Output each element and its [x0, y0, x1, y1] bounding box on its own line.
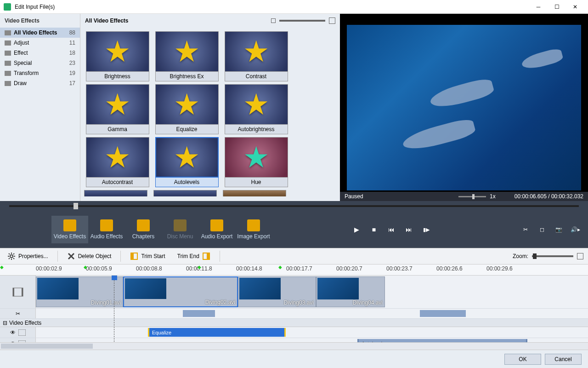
gear-icon	[7, 252, 16, 260]
speed-slider[interactable]	[458, 196, 486, 197]
snapshot-icon[interactable]: 📷	[553, 224, 564, 235]
effect-peek[interactable]	[84, 190, 147, 196]
film-icon	[18, 329, 26, 336]
folder-icon	[5, 71, 11, 76]
mode-video-effects[interactable]: Video Effects	[51, 216, 88, 243]
eye-icon[interactable]: 👁	[10, 329, 16, 336]
svg-point-0	[10, 255, 13, 258]
trim-end-button[interactable]: Trim End	[175, 250, 213, 262]
cut-segment[interactable]	[183, 310, 215, 317]
category-transform[interactable]: Transform 19	[0, 68, 80, 78]
category-adjust[interactable]: Adjust 11	[0, 38, 80, 48]
sidebar-header: Video Effects	[0, 14, 80, 28]
cut-segment[interactable]	[420, 310, 466, 317]
timeline-hscroll[interactable]	[0, 342, 588, 350]
folder-icon	[5, 81, 11, 86]
effect-peek[interactable]	[153, 190, 217, 196]
playback-speed: 1x	[490, 193, 496, 200]
video-clip[interactable]: Diving03.avi	[238, 276, 316, 307]
marker-icon[interactable]: ◆	[198, 264, 201, 270]
collapse-icon[interactable]: ⊟	[3, 320, 7, 326]
effect-gamma[interactable]: ★ Gamma	[84, 84, 151, 134]
marker-icon[interactable]: ◆	[278, 264, 282, 270]
applied-effect[interactable]: Equalize	[148, 328, 286, 337]
stop-button[interactable]: ■	[367, 224, 381, 235]
zoom-fit-icon[interactable]	[577, 253, 583, 259]
folder-icon	[5, 51, 11, 56]
effect-autocontrast[interactable]: ★ Autocontrast	[84, 137, 151, 187]
video-clip[interactable]: Diving02.avi	[123, 276, 238, 307]
trim-start-button[interactable]: Trim Start	[127, 250, 168, 262]
close-button[interactable]: ✕	[566, 0, 584, 14]
effect-brightness[interactable]: ★ Brightness	[84, 31, 151, 81]
zoom-label: Zoom:	[513, 253, 528, 259]
hscroll-thumb[interactable]	[1, 344, 93, 349]
category-all-video-effects[interactable]: All Video Effects 88	[0, 28, 80, 38]
effect-track-1: 👁 Autolevels	[0, 338, 588, 342]
preview-canvas[interactable]	[347, 25, 581, 190]
ruler-tick: 00:00:08.8	[136, 265, 162, 272]
svg-rect-6	[13, 288, 14, 296]
delete-object-button[interactable]: Delete Object	[64, 250, 114, 262]
folder-icon	[5, 40, 11, 46]
zoom-slider[interactable]	[532, 255, 573, 257]
properties-button[interactable]: Properties...	[5, 250, 51, 262]
category-effect[interactable]: Effect 18	[0, 48, 80, 58]
cancel-button[interactable]: Cancel	[545, 354, 582, 365]
prev-frame-button[interactable]: ⏮	[384, 224, 398, 235]
mode-audio-export[interactable]: Audio Export	[198, 216, 235, 243]
effect-hue[interactable]: ★ Hue	[223, 137, 289, 187]
thumbnail-size-slider[interactable]	[279, 20, 325, 22]
marker-icon[interactable]: ◆	[0, 264, 4, 270]
category-draw[interactable]: Draw 17	[0, 78, 80, 88]
effect-brightness-ex[interactable]: ★ Brightness Ex	[153, 31, 220, 81]
upper-pane: Video Effects All Video Effects 88 Adjus…	[0, 14, 588, 201]
timeline-ruler[interactable]: 00:00:02.900:00:05.900:00:08.800:00:11.8…	[0, 264, 588, 276]
thumb-large-icon[interactable]	[329, 17, 335, 24]
category-special[interactable]: Special 23	[0, 58, 80, 68]
effect-autolevels[interactable]: ★ Autolevels	[153, 137, 220, 187]
video-clip[interactable]: Diving04.avi	[316, 276, 385, 307]
effect-autobrightness[interactable]: ★ Autobrightness	[223, 84, 289, 134]
crop-icon[interactable]: ◻	[537, 224, 548, 235]
play-segment-button[interactable]: ▮▶	[419, 224, 433, 235]
property-bar: Properties... Delete Object Trim Start T…	[0, 248, 588, 264]
grid-header: All Video Effects	[80, 14, 340, 28]
next-frame-button[interactable]: ⏭	[402, 224, 416, 235]
effect-track-head: 👁	[0, 338, 36, 342]
star-icon: ★	[174, 143, 200, 172]
effect-contrast[interactable]: ★ Contrast	[223, 31, 289, 81]
ruler-tick: 00:00:29.6	[486, 265, 513, 272]
video-effects-section[interactable]: ⊟ Video Effects	[0, 319, 588, 327]
effect-track-0: 👁 Equalize	[0, 327, 588, 338]
film-icon	[12, 288, 23, 297]
preview-panel: Paused 1x 00:00:06.605 / 00:00:32.032	[340, 14, 588, 201]
maximize-button[interactable]: ☐	[548, 0, 566, 14]
applied-effect[interactable]: Autolevels	[357, 339, 527, 342]
minimize-button[interactable]: ─	[529, 0, 548, 14]
mode-audio-effects[interactable]: Audio Effects	[88, 216, 125, 243]
timeline-scrubber[interactable]	[0, 201, 588, 211]
mode-chapters[interactable]: Chapters	[125, 216, 162, 243]
mode-image-export[interactable]: Image Export	[235, 216, 272, 243]
star-icon: ★	[174, 90, 200, 119]
titlebar: Edit Input File(s) ─ ☐ ✕	[0, 0, 588, 14]
effect-equalize[interactable]: ★ Equalize	[153, 84, 220, 134]
ruler-tick: 00:00:20.7	[336, 265, 362, 272]
timeline: 00:00:02.900:00:05.900:00:08.800:00:11.8…	[0, 264, 588, 350]
thumb-small-icon[interactable]	[271, 18, 276, 23]
cut-icon[interactable]: ✂	[520, 224, 531, 235]
playhead[interactable]	[114, 276, 114, 342]
video-clip[interactable]: Diving01.avi	[36, 276, 123, 307]
star-icon: ★	[243, 90, 269, 119]
marker-icon[interactable]: ◆	[84, 264, 87, 270]
scrubber-handle[interactable]	[74, 203, 78, 209]
ok-button[interactable]: OK	[504, 354, 541, 365]
effects-grid-scroll[interactable]: ★ Brightness★ Brightness Ex★ Contrast★ G…	[80, 28, 340, 201]
volume-icon[interactable]: 🔊▸	[570, 224, 581, 235]
play-button[interactable]: ▶	[350, 224, 363, 235]
effect-peek[interactable]	[223, 190, 286, 196]
svg-rect-8	[18, 329, 26, 336]
scissors-icon: ✂	[16, 310, 20, 317]
star-icon: ★	[243, 37, 269, 66]
